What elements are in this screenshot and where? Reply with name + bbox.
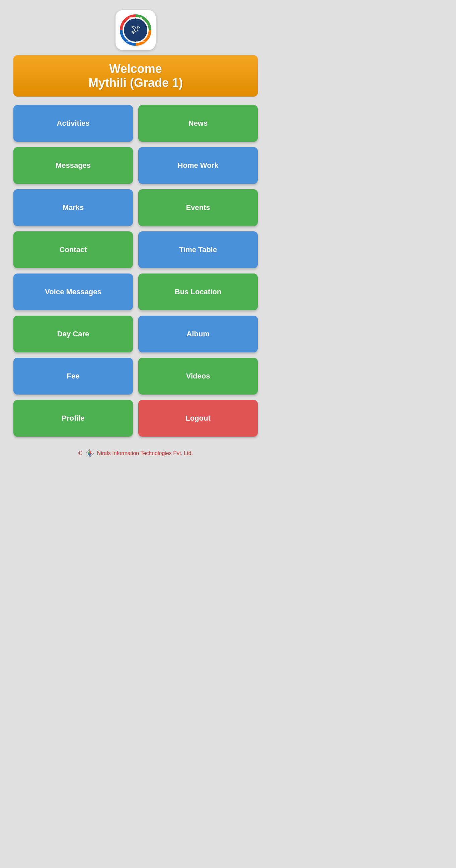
album-button[interactable]: Album bbox=[138, 316, 258, 352]
bus-location-button[interactable]: Bus Location bbox=[138, 274, 258, 310]
company-name: Nirals Information Technologies Pvt. Ltd… bbox=[97, 451, 193, 456]
logo-container: EDUSTAR 🕊 enjoy your education bbox=[115, 10, 156, 50]
news-button[interactable]: News bbox=[138, 105, 258, 142]
svg-text:🕊: 🕊 bbox=[131, 24, 140, 34]
daycare-button[interactable]: Day Care bbox=[13, 316, 133, 352]
events-button[interactable]: Events bbox=[138, 189, 258, 226]
svg-text:enjoy your education: enjoy your education bbox=[126, 40, 145, 42]
welcome-banner: Welcome Mythili (Grade 1) bbox=[13, 55, 258, 97]
contact-button[interactable]: Contact bbox=[13, 231, 133, 268]
activities-button[interactable]: Activities bbox=[13, 105, 133, 142]
homework-button[interactable]: Home Work bbox=[138, 147, 258, 184]
app-logo: EDUSTAR 🕊 enjoy your education bbox=[115, 10, 156, 50]
nirals-logo-icon bbox=[85, 449, 94, 458]
profile-button[interactable]: Profile bbox=[13, 400, 133, 437]
copyright-symbol: © bbox=[78, 451, 82, 456]
timetable-button[interactable]: Time Table bbox=[138, 231, 258, 268]
videos-button[interactable]: Videos bbox=[138, 358, 258, 395]
welcome-line1: Welcome bbox=[23, 62, 248, 76]
fee-button[interactable]: Fee bbox=[13, 358, 133, 395]
svg-text:EDUSTAR: EDUSTAR bbox=[129, 17, 142, 20]
logout-button[interactable]: Logout bbox=[138, 400, 258, 437]
menu-grid: Activities News Messages Home Work Marks… bbox=[13, 105, 258, 437]
voice-messages-button[interactable]: Voice Messages bbox=[13, 274, 133, 310]
messages-button[interactable]: Messages bbox=[13, 147, 133, 184]
footer: © Nirals Information Technologies Pvt. L… bbox=[73, 443, 198, 463]
welcome-line2: Mythili (Grade 1) bbox=[23, 76, 248, 90]
marks-button[interactable]: Marks bbox=[13, 189, 133, 226]
